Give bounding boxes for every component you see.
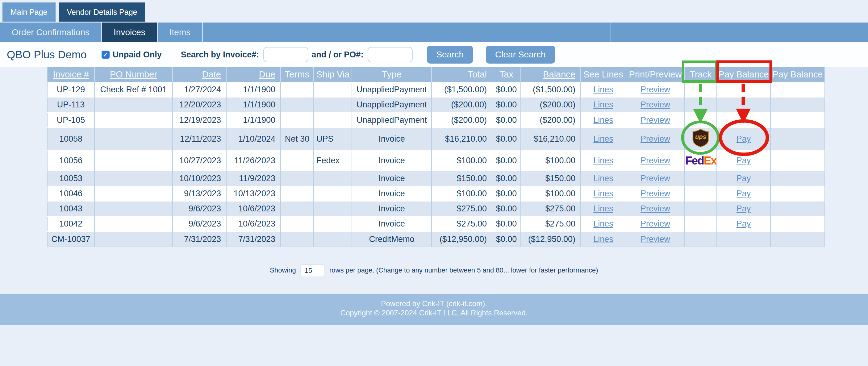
nav-tab-invoices[interactable]: Invoices — [102, 23, 158, 42]
pay-link[interactable]: Pay — [737, 189, 751, 198]
footer-copyright: Copyright © 2007-2024 Crik-IT LLC. All R… — [0, 308, 868, 317]
cell-print-preview: Preview — [626, 171, 685, 186]
lines-link[interactable]: Lines — [593, 204, 613, 213]
search-po-input[interactable] — [368, 47, 413, 62]
header-due[interactable]: Due — [226, 67, 281, 82]
cell-terms — [281, 82, 314, 97]
cell-balance: ($200.00) — [521, 97, 581, 112]
cell-due: 1/1/1900 — [226, 82, 281, 97]
cell-ship-via — [314, 186, 352, 201]
cell-invoice: 10042 — [47, 216, 94, 232]
cell-invoice: 10056 — [47, 150, 94, 171]
preview-link[interactable]: Preview — [641, 189, 670, 198]
ups-logo-icon[interactable]: ups — [692, 128, 709, 148]
preview-link[interactable]: Preview — [641, 235, 670, 244]
header-label-type: Type — [382, 69, 402, 79]
cell-terms — [281, 112, 314, 128]
cell-pay-balance: Pay — [717, 171, 771, 186]
cell-print-preview: Preview — [626, 201, 685, 216]
window-tab-main-page[interactable]: Main Page — [2, 2, 56, 22]
lines-link[interactable]: Lines — [593, 156, 613, 165]
header-label-due[interactable]: Due — [259, 69, 275, 79]
unpaid-only-label: Unpaid Only — [113, 50, 162, 60]
lines-link[interactable]: Lines — [593, 189, 613, 198]
table-row: CM-100377/31/20237/31/2023CreditMemo($12… — [47, 232, 825, 247]
clear-search-button[interactable]: Clear Search — [486, 46, 555, 64]
cell-due: 1/1/1900 — [226, 97, 281, 112]
preview-link[interactable]: Preview — [641, 134, 670, 144]
header-label-po-number[interactable]: PO Number — [110, 69, 157, 79]
search-button[interactable]: Search — [427, 46, 473, 64]
cell-type: UnappliedPayment — [352, 82, 432, 97]
cell-total: $100.00 — [432, 150, 492, 171]
header-po-number[interactable]: PO Number — [94, 67, 173, 82]
cell-type: Invoice — [352, 171, 432, 186]
lines-link[interactable]: Lines — [593, 134, 613, 144]
cell-ship-via: Fedex — [314, 150, 352, 171]
header-label-total: Total — [468, 69, 487, 79]
cell-invoice: 10046 — [47, 186, 94, 201]
cell-ship-via — [314, 216, 352, 232]
nav-tab-items[interactable]: Items — [158, 23, 203, 42]
rows-per-page-input[interactable] — [300, 264, 325, 277]
cell-terms — [281, 216, 314, 232]
invoices-table: Invoice #PO NumberDateDueTermsShip ViaTy… — [47, 67, 825, 247]
lines-link[interactable]: Lines — [593, 174, 613, 183]
cell-track — [685, 97, 717, 112]
fedex-logo-icon[interactable]: FedEx — [685, 154, 716, 167]
window-tab-vendor-details-page[interactable]: Vendor Details Page — [59, 2, 145, 22]
cell-track — [685, 112, 717, 128]
section-navbar: Order ConfirmationsInvoicesItems — [0, 23, 868, 42]
cell-see-lines: Lines — [581, 128, 626, 150]
lines-link[interactable]: Lines — [593, 115, 613, 125]
table-row: UP-10512/19/20231/1/1900UnappliedPayment… — [47, 112, 825, 128]
cell-see-lines: Lines — [581, 112, 626, 128]
paging-bar: Showing rows per page. (Change to any nu… — [0, 264, 868, 277]
cell-due: 7/31/2023 — [226, 232, 281, 247]
cell-date: 12/11/2023 — [173, 128, 226, 150]
pay-link[interactable]: Pay — [737, 219, 751, 228]
header-label-invoice[interactable]: Invoice # — [53, 69, 89, 79]
preview-link[interactable]: Preview — [641, 174, 670, 183]
search-invoice-input[interactable] — [263, 47, 308, 62]
preview-link[interactable]: Preview — [641, 156, 670, 165]
pay-link[interactable]: Pay — [737, 174, 751, 183]
header-label-balance[interactable]: Balance — [543, 69, 576, 79]
header-label-date[interactable]: Date — [202, 69, 221, 79]
pay-link[interactable]: Pay — [737, 134, 751, 144]
cell-invoice: 10053 — [47, 171, 94, 186]
lines-link[interactable]: Lines — [593, 100, 613, 109]
header-balance[interactable]: Balance — [521, 67, 581, 82]
cell-total: ($12,950.00) — [432, 232, 492, 247]
preview-link[interactable]: Preview — [641, 85, 670, 94]
cell-total: $275.00 — [432, 201, 492, 216]
table-row: 1005812/11/20231/10/2024Net 30UPSInvoice… — [47, 128, 825, 150]
cell-due: 11/9/2023 — [226, 171, 281, 186]
header-terms: Terms — [281, 67, 314, 82]
header-track: Track — [685, 67, 717, 82]
cell-po — [94, 186, 173, 201]
unpaid-only-checkbox[interactable] — [101, 51, 110, 59]
paging-suffix: rows per page. (Change to any number bet… — [329, 266, 598, 274]
cell-date: 10/27/2023 — [173, 150, 226, 171]
nav-tab-order-confirmations[interactable]: Order Confirmations — [0, 23, 102, 42]
header-invoice[interactable]: Invoice # — [47, 67, 94, 82]
cell-pay-balance-2 — [771, 232, 825, 247]
preview-link[interactable]: Preview — [641, 115, 670, 125]
cell-po — [94, 232, 173, 247]
cell-due: 10/6/2023 — [226, 216, 281, 232]
fedex-logo-ex: Ex — [704, 154, 716, 167]
cell-due: 10/13/2023 — [226, 186, 281, 201]
lines-link[interactable]: Lines — [593, 219, 613, 228]
preview-link[interactable]: Preview — [641, 219, 670, 228]
lines-link[interactable]: Lines — [593, 235, 613, 244]
lines-link[interactable]: Lines — [593, 85, 613, 94]
header-date[interactable]: Date — [173, 67, 226, 82]
preview-link[interactable]: Preview — [641, 100, 670, 109]
cell-terms — [281, 171, 314, 186]
pay-link[interactable]: Pay — [737, 204, 751, 213]
pay-link[interactable]: Pay — [737, 156, 751, 165]
preview-link[interactable]: Preview — [641, 204, 670, 213]
cell-type: Invoice — [352, 216, 432, 232]
cell-pay-balance: Pay — [717, 128, 771, 150]
